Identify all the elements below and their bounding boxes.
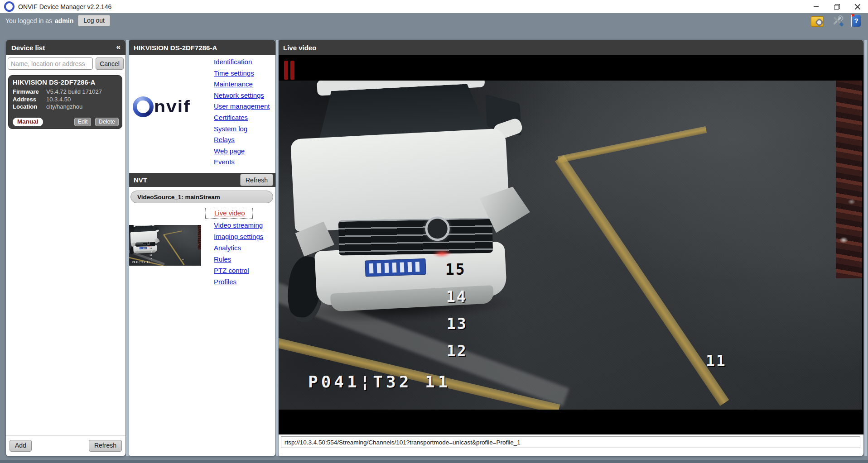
device-link-system-log[interactable]: System log	[214, 124, 247, 134]
device-link-time-settings[interactable]: Time settings	[214, 69, 254, 78]
white-car	[278, 81, 543, 363]
video-frame: 15141312 P041¦T32 11 11	[129, 225, 201, 266]
roadside-structure	[198, 225, 201, 249]
middle-splitter[interactable]	[275, 40, 279, 456]
nvt-link-ptz-control[interactable]: PTZ control	[214, 266, 249, 275]
device-info-label: Address	[13, 96, 46, 104]
car-license-plate	[365, 258, 426, 277]
nvt-title: NVT	[134, 176, 147, 184]
device-search-input[interactable]	[8, 57, 93, 70]
nvt-link-profiles[interactable]: Profiles	[214, 277, 236, 286]
device-info-rows: FirmwareV5.4.72 build 171027Address10.3.…	[13, 88, 118, 111]
nvt-header: NVT Refresh	[128, 173, 275, 187]
device-list-header: Device list «	[6, 40, 125, 55]
device-card[interactable]: HIKVISION DS-2DF7286-A FirmwareV5.4.72 b…	[8, 75, 122, 129]
device-name: HIKVISION DS-2DF7286-A	[13, 79, 118, 86]
device-link-maintenance[interactable]: Maintenance	[214, 80, 253, 89]
nvt-link-imaging-settings[interactable]: Imaging settings	[214, 232, 263, 241]
device-info-value: 10.3.4.50	[46, 96, 71, 104]
add-device-button[interactable]: Add	[10, 440, 32, 452]
device-search-row: Cancel	[8, 57, 124, 70]
white-car	[129, 225, 162, 260]
onvif-logo: nvif	[133, 96, 191, 117]
car-license-plate	[140, 247, 147, 249]
video-viewport[interactable]: 15141312 P041¦T32 11 11	[278, 55, 863, 434]
manual-badge: Manual	[13, 118, 43, 126]
video-source-selector[interactable]: VideoSource_1: mainStream	[130, 191, 273, 203]
close-button[interactable]	[847, 0, 868, 13]
logout-button[interactable]: Log out	[78, 15, 110, 26]
device-card-footer: Manual Edit Delete	[13, 117, 119, 126]
car-grille	[338, 218, 493, 256]
close-icon	[854, 4, 861, 10]
pause-icon[interactable]	[284, 61, 294, 80]
roadside-structure	[836, 81, 862, 278]
device-list-panel: Device list « Cancel HIKVISION DS-2DF728…	[6, 40, 125, 456]
osd-number: 13	[447, 315, 468, 333]
toolbar: You logged in as admin Log out ?	[0, 13, 868, 28]
device-detail-panel: HIKVISION DS-2DF7286-A IdentificationTim…	[128, 40, 275, 456]
edit-device-button[interactable]: Edit	[74, 118, 92, 126]
right-scrollbar[interactable]	[864, 40, 868, 456]
nvt-link-video-streaming[interactable]: Video streaming	[214, 221, 263, 230]
left-splitter[interactable]	[125, 40, 129, 456]
titlebar: ONVIF Device Manager v2.2.146	[0, 0, 868, 13]
device-link-certificates[interactable]: Certificates	[214, 113, 248, 122]
logged-in-username: admin	[55, 17, 73, 24]
stream-url-input[interactable]	[281, 436, 860, 448]
osd-camera-label: P041¦T32 11	[132, 261, 150, 263]
nvt-links: Live video Video streamingImaging settin…	[205, 208, 263, 286]
window-title: ONVIF Device Manager v2.2.146	[18, 3, 111, 10]
delete-device-button[interactable]: Delete	[95, 118, 119, 126]
device-list-bottom-bar: Add Refresh	[6, 435, 125, 456]
device-link-events[interactable]: Events	[214, 158, 235, 167]
osd-number: 14	[149, 251, 152, 253]
minimize-button[interactable]	[805, 0, 826, 13]
osd-number: 12	[149, 258, 152, 260]
video-thumbnail[interactable]: 15141312 P041¦T32 11 11	[129, 225, 201, 266]
nvt-link-analytics[interactable]: Analytics	[214, 243, 241, 253]
osd-number: 15	[445, 261, 466, 278]
device-info-row: FirmwareV5.4.72 build 171027	[13, 88, 118, 96]
osd-space-number-right: 11	[182, 258, 184, 261]
toolbar-icons: ?	[811, 15, 861, 27]
restore-button[interactable]	[826, 0, 847, 13]
nvt-refresh-button[interactable]: Refresh	[240, 174, 273, 186]
osd-number: 12	[447, 342, 468, 360]
event-log-icon[interactable]	[811, 16, 824, 27]
device-info-label: Firmware	[13, 88, 46, 96]
device-link-web-page[interactable]: Web page	[214, 147, 245, 156]
osd-space-number-right: 11	[706, 352, 727, 370]
window-bottom-band	[0, 460, 868, 463]
car-hood	[290, 128, 510, 232]
osd-camera-label: P041¦T32 11	[308, 372, 451, 391]
device-link-network-settings[interactable]: Network settings	[214, 91, 264, 100]
tools-icon[interactable]	[831, 15, 843, 27]
device-info-value: V5.4.72 build 171027	[46, 88, 102, 96]
device-link-user-management[interactable]: User management	[214, 102, 270, 111]
osd-number: 15	[149, 247, 152, 249]
live-video-header: Live video	[278, 40, 863, 55]
nvt-link-live-video-active[interactable]: Live video	[205, 208, 253, 219]
device-link-relays[interactable]: Relays	[214, 135, 235, 144]
collapse-panel-icon[interactable]: «	[116, 43, 121, 52]
osd-number: 14	[446, 288, 467, 305]
login-status-text: You logged in as	[5, 17, 52, 24]
device-detail-header: HIKVISION DS-2DF7286-A	[128, 40, 275, 55]
refresh-devices-button[interactable]: Refresh	[89, 440, 122, 452]
device-list-title: Device list	[11, 44, 45, 52]
device-info-value: city/hangzhou	[46, 103, 82, 111]
help-book-icon[interactable]: ?	[851, 15, 861, 27]
device-link-identification[interactable]: Identification	[214, 57, 252, 67]
window-controls	[805, 0, 868, 13]
live-video-panel: Live video	[278, 40, 863, 456]
car-red-reflection	[148, 246, 150, 247]
device-info-row: Address10.3.4.50	[13, 96, 118, 104]
onvif-logo-ring-icon	[133, 96, 154, 117]
cancel-button[interactable]: Cancel	[96, 57, 124, 70]
osd-number: 13	[149, 254, 152, 256]
device-info-row: Locationcity/hangzhou	[13, 103, 118, 111]
stream-url-row	[281, 436, 860, 448]
device-detail-title: HIKVISION DS-2DF7286-A	[134, 44, 217, 52]
nvt-link-rules[interactable]: Rules	[214, 255, 231, 264]
